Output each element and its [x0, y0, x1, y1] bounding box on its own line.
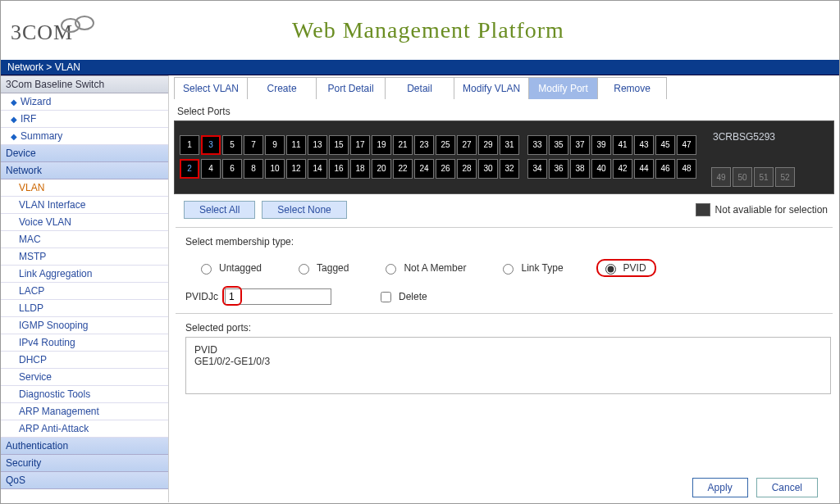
select-none-button[interactable]: Select None — [262, 201, 346, 219]
sidebar-item-irf[interactable]: ◆IRF — [1, 111, 168, 128]
sidebar-group-device[interactable]: Device — [1, 145, 168, 162]
tab-select-vlan[interactable]: Select VLAN — [174, 77, 248, 99]
opt-untagged[interactable]: Untagged — [197, 261, 262, 275]
port-50[interactable]: 50 — [733, 167, 752, 187]
sidebar-item-wizard[interactable]: ◆Wizard — [1, 93, 168, 111]
port-14[interactable]: 14 — [308, 159, 327, 179]
port-10[interactable]: 10 — [265, 159, 285, 179]
port-44[interactable]: 44 — [634, 159, 654, 179]
sidebar-group-security[interactable]: Security — [1, 455, 168, 472]
port-2[interactable]: 2 — [180, 159, 199, 179]
pvid-input[interactable] — [225, 288, 331, 305]
port-36[interactable]: 36 — [549, 159, 568, 179]
port-34[interactable]: 34 — [527, 159, 547, 179]
apply-button[interactable]: Apply — [692, 478, 748, 497]
tab-modify-port[interactable]: Modify Port — [529, 77, 598, 99]
port-22[interactable]: 22 — [393, 159, 413, 179]
radio-link-type[interactable] — [503, 264, 514, 275]
port-47[interactable]: 47 — [677, 135, 696, 155]
port-24[interactable]: 24 — [414, 159, 434, 179]
port-6[interactable]: 6 — [222, 159, 242, 179]
port-7[interactable]: 7 — [244, 135, 263, 155]
port-31[interactable]: 31 — [500, 135, 519, 155]
port-25[interactable]: 25 — [436, 135, 455, 155]
sidebar-item-service[interactable]: Service — [1, 369, 168, 386]
port-35[interactable]: 35 — [549, 135, 568, 155]
port-51[interactable]: 51 — [754, 167, 774, 187]
sidebar-item-voice-vlan[interactable]: Voice VLAN — [1, 214, 168, 231]
sidebar-item-lldp[interactable]: LLDP — [1, 300, 168, 317]
port-41[interactable]: 41 — [613, 135, 632, 155]
sidebar-item-vlan[interactable]: VLAN — [1, 179, 168, 197]
radio-not-member[interactable] — [386, 264, 396, 275]
tab-port-detail[interactable]: Port Detail — [317, 77, 386, 99]
port-43[interactable]: 43 — [634, 135, 654, 155]
port-28[interactable]: 28 — [457, 159, 477, 179]
port-30[interactable]: 30 — [478, 159, 498, 179]
tab-modify-vlan[interactable]: Modify VLAN — [454, 77, 529, 99]
port-12[interactable]: 12 — [286, 159, 306, 179]
sidebar-item-dhcp[interactable]: DHCP — [1, 352, 168, 369]
sidebar-item-vlan-interface[interactable]: VLAN Interface — [1, 197, 168, 214]
sidebar-group-authentication[interactable]: Authentication — [1, 438, 168, 455]
port-19[interactable]: 19 — [372, 135, 391, 155]
sidebar-head-device-name[interactable]: 3Com Baseline Switch — [1, 75, 168, 93]
port-48[interactable]: 48 — [677, 159, 696, 179]
port-33[interactable]: 33 — [527, 135, 547, 155]
port-5[interactable]: 5 — [222, 135, 242, 155]
sidebar-item-summary[interactable]: ◆Summary — [1, 128, 168, 145]
port-45[interactable]: 45 — [655, 135, 675, 155]
port-3[interactable]: 3 — [201, 135, 221, 155]
sidebar-item-diagnostic-tools[interactable]: Diagnostic Tools — [1, 386, 168, 403]
delete-checkbox[interactable] — [381, 292, 391, 302]
port-29[interactable]: 29 — [478, 135, 498, 155]
port-11[interactable]: 11 — [286, 135, 306, 155]
port-15[interactable]: 15 — [329, 135, 349, 155]
port-42[interactable]: 42 — [613, 159, 632, 179]
radio-untagged[interactable] — [201, 264, 212, 275]
radio-pvid[interactable] — [605, 264, 616, 275]
sidebar-item-arp-management[interactable]: ARP Management — [1, 403, 168, 420]
sidebar-item-link-aggregation[interactable]: Link Aggregation — [1, 266, 168, 283]
port-38[interactable]: 38 — [570, 159, 590, 179]
port-20[interactable]: 20 — [372, 159, 391, 179]
port-40[interactable]: 40 — [591, 159, 611, 179]
port-39[interactable]: 39 — [591, 135, 611, 155]
port-8[interactable]: 8 — [244, 159, 263, 179]
opt-tagged[interactable]: Tagged — [294, 261, 349, 275]
port-1[interactable]: 1 — [180, 135, 199, 155]
port-18[interactable]: 18 — [350, 159, 370, 179]
sidebar-item-lacp[interactable]: LACP — [1, 283, 168, 300]
opt-not-member[interactable]: Not A Member — [381, 261, 466, 275]
port-26[interactable]: 26 — [436, 159, 455, 179]
port-17[interactable]: 17 — [350, 135, 370, 155]
port-52[interactable]: 52 — [775, 167, 795, 187]
port-46[interactable]: 46 — [655, 159, 675, 179]
cancel-button[interactable]: Cancel — [756, 478, 818, 497]
port-37[interactable]: 37 — [570, 135, 590, 155]
sidebar-item-igmp-snooping[interactable]: IGMP Snooping — [1, 317, 168, 334]
port-27[interactable]: 27 — [457, 135, 477, 155]
sidebar-item-mstp[interactable]: MSTP — [1, 248, 168, 266]
tab-remove[interactable]: Remove — [598, 77, 667, 99]
port-32[interactable]: 32 — [500, 159, 519, 179]
sidebar-item-mac[interactable]: MAC — [1, 231, 168, 248]
port-16[interactable]: 16 — [329, 159, 349, 179]
radio-tagged[interactable] — [299, 264, 309, 275]
opt-pvid[interactable]: PVID — [596, 259, 656, 277]
sidebar-item-arp-anti-attack[interactable]: ARP Anti-Attack — [1, 420, 168, 438]
tab-create[interactable]: Create — [248, 77, 317, 99]
sidebar-group-network[interactable]: Network — [1, 162, 168, 179]
sidebar-item-ipv4-routing[interactable]: IPv4 Routing — [1, 334, 168, 352]
port-49[interactable]: 49 — [711, 167, 731, 187]
delete-checkbox-label[interactable]: Delete — [377, 289, 427, 305]
tab-detail[interactable]: Detail — [386, 77, 454, 99]
port-9[interactable]: 9 — [265, 135, 285, 155]
select-all-button[interactable]: Select All — [184, 201, 255, 219]
port-21[interactable]: 21 — [393, 135, 413, 155]
opt-link-type[interactable]: Link Type — [499, 261, 563, 275]
port-23[interactable]: 23 — [414, 135, 434, 155]
port-13[interactable]: 13 — [308, 135, 327, 155]
port-4[interactable]: 4 — [201, 159, 221, 179]
sidebar-group-qos[interactable]: QoS — [1, 472, 168, 489]
